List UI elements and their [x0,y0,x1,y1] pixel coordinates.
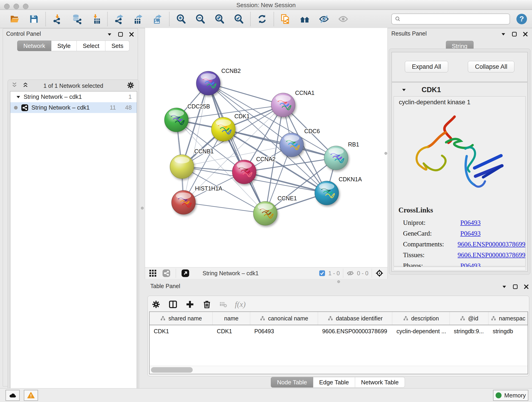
import-table-icon[interactable] [90,13,101,26]
collapse-panel-icon[interactable] [107,32,113,37]
crosslink-link[interactable]: 9606.ENSP00000378699 [457,251,525,259]
table-horizontal-scrollbar[interactable] [150,366,528,374]
network-edge-CCNB2-HIST1H1A[interactable] [184,83,208,202]
search-input[interactable] [391,13,510,25]
tab-style[interactable]: Style [51,41,77,51]
open-session-icon[interactable] [9,13,20,26]
crosslink-link[interactable]: P06493 [460,219,481,226]
warning-button[interactable] [24,390,38,401]
network-node-CDKN1A[interactable] [315,181,339,205]
table-cell[interactable]: stringdb [488,325,528,337]
tab-edge-table[interactable]: Edge Table [313,377,355,388]
import-network-database-icon[interactable] [71,13,82,26]
column-header-description[interactable]: description [392,312,450,325]
network-options-gear-icon[interactable] [127,81,135,90]
apply-layout-icon[interactable] [256,13,268,26]
float-panel-icon[interactable] [512,284,518,290]
column-header-shared-name[interactable]: shared name [150,312,213,325]
hide-selected-icon[interactable] [318,13,330,26]
column-header-namespac[interactable]: namespac [488,312,528,325]
close-panel-icon[interactable] [523,284,529,290]
birdseye-grid-icon[interactable] [149,269,157,277]
help-button[interactable]: ? [516,13,527,26]
tab-network[interactable]: Network [17,41,51,51]
network-edge-CCNB2-CCNE1[interactable] [208,83,265,213]
tab-select[interactable]: Select [77,41,105,51]
table-cell[interactable]: cyclin-dependent ... [392,325,450,337]
network-node-HIST1H1A[interactable] [172,191,196,214]
column-header-canonical-name[interactable]: canonical name [250,312,318,325]
network-node-CCNB2[interactable] [196,71,220,95]
table-cell[interactable]: CDK1 [150,325,213,337]
tab-sets[interactable]: Sets [105,41,129,51]
network-view-toolbar: String Network – cdk1 1 - 0 0 - 0 [145,267,388,279]
network-edge-HIST1H1A-CCNE1[interactable] [184,202,265,213]
navigator-crosshair-icon[interactable] [375,269,384,278]
zoom-out-icon[interactable] [195,13,206,26]
close-panel-icon[interactable] [522,31,528,37]
table-row[interactable]: CDK1CDK1P064939606.ENSP00000378699cyclin… [150,325,528,337]
table-cell[interactable]: CDK1 [213,325,250,337]
collapse-panel-icon[interactable] [501,284,507,290]
network-node-RB1[interactable] [324,146,348,170]
export-network-icon[interactable] [114,13,125,26]
control-panel-tabs: NetworkStyleSelectSets [17,41,129,51]
collection-expand-icon[interactable] [15,94,21,100]
column-hierarchy-icon [260,316,265,321]
new-network-from-selection-icon[interactable] [280,13,291,26]
save-session-icon[interactable] [28,13,40,26]
protein-details: cyclin-dependent kinase 1 CrossLinks Uni… [394,96,526,266]
tab-network-table[interactable]: Network Table [355,377,405,388]
export-image-icon[interactable] [152,13,163,26]
protein-collapse-icon[interactable] [401,87,407,93]
collapse-panel-icon[interactable] [500,31,506,37]
create-column-icon[interactable] [185,300,195,309]
results-scrollbar[interactable] [394,267,526,270]
zoom-selected-icon[interactable] [233,13,244,26]
network-canvas[interactable]: CCNB2CCNA1CDC25BCDK1CDC6RB1CCNB1CCNA2CDK… [145,28,388,267]
table-cell[interactable]: P06493 [250,325,318,337]
crosslink-label: Compartments: [403,240,457,248]
table-cell[interactable]: stringdb:9... [450,325,489,337]
tab-node-table[interactable]: Node Table [271,377,313,388]
column-header-name[interactable]: name [213,312,250,325]
table-cell[interactable]: 9606.ENSP00000378699 [318,325,392,337]
network-node-CCNB1[interactable] [170,155,194,179]
column-header-@id[interactable]: @id [450,312,489,325]
show-all-icon[interactable] [337,13,349,26]
cloud-button[interactable] [6,390,20,401]
scrollbar-thumb[interactable] [151,367,193,373]
network-collection-row[interactable]: String Network – cdk1 1 [10,91,137,102]
selected-checkbox-icon[interactable] [319,270,326,277]
close-panel-icon[interactable] [128,32,134,37]
bottom-splitter-grip[interactable] [337,280,340,283]
right-splitter-grip[interactable] [385,152,387,155]
left-splitter-grip[interactable] [141,207,144,210]
float-panel-icon[interactable] [118,32,123,37]
crosslink-link[interactable]: P06493 [460,230,481,237]
open-in-browser-icon[interactable] [181,269,190,278]
table-mode-gear-icon[interactable] [152,300,161,309]
float-panel-icon[interactable] [511,31,517,37]
zoom-fit-icon[interactable] [214,13,225,26]
network-node-CCNE1[interactable] [253,201,277,225]
network-node-CCNA2[interactable] [232,160,256,184]
expand-all-button[interactable]: Expand All [405,61,448,72]
show-columns-icon[interactable] [168,300,177,309]
zoom-in-icon[interactable] [175,13,187,26]
network-node-CDK1[interactable] [211,117,235,141]
network-node-CCNA1[interactable] [271,93,295,117]
string-share-icon[interactable] [162,269,171,278]
network-row[interactable]: String Network – cdk1 11 48 [10,102,137,113]
network-node-CDC6[interactable] [280,133,304,157]
delete-columns-icon[interactable] [202,300,211,309]
memory-button[interactable]: Memory [493,390,528,401]
collapse-all-button[interactable]: Collapse All [468,61,514,72]
network-node-CDC25B[interactable] [165,108,188,132]
first-neighbors-icon[interactable] [299,13,310,26]
warning-icon [27,391,35,399]
column-header-database-identifier[interactable]: database identifier [318,312,392,325]
import-network-icon[interactable] [51,13,63,26]
crosslink-link[interactable]: 9606.ENSP00000378699 [457,240,525,248]
export-table-icon[interactable] [133,13,144,26]
